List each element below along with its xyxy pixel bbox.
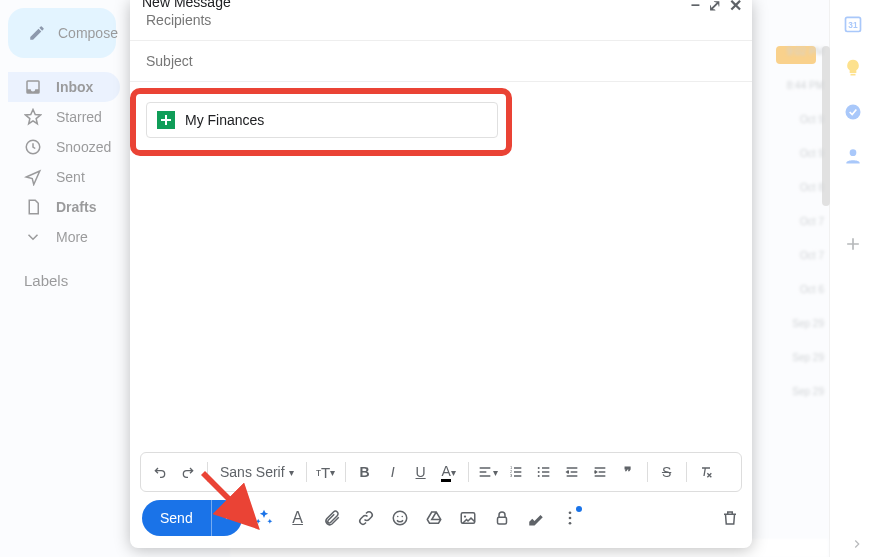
underline-button[interactable]: U: [408, 459, 434, 485]
indent-more-button[interactable]: [587, 459, 613, 485]
more-label: More: [56, 229, 88, 245]
svg-point-10: [537, 471, 539, 473]
inbox-icon: [24, 78, 42, 96]
quote-button[interactable]: ❞: [615, 459, 641, 485]
svg-rect-17: [497, 517, 506, 524]
annotation-arrow: [196, 466, 266, 536]
expand-icon[interactable]: ⤢: [708, 0, 721, 15]
svg-point-5: [850, 149, 857, 156]
remove-formatting-button[interactable]: [693, 459, 719, 485]
sidebar-item-more[interactable]: More: [8, 222, 120, 252]
strikethrough-button[interactable]: S: [654, 459, 680, 485]
close-icon[interactable]: ✕: [729, 0, 742, 15]
svg-point-4: [846, 105, 861, 120]
confidential-icon[interactable]: [492, 508, 512, 528]
emoji-icon[interactable]: [390, 508, 410, 528]
svg-point-12: [393, 511, 407, 525]
svg-point-19: [568, 517, 571, 520]
discard-draft-icon[interactable]: [720, 508, 740, 528]
sidebar-item-starred[interactable]: Starred: [8, 102, 120, 132]
clock-icon: [24, 138, 42, 156]
annotation-highlight-box: [130, 88, 512, 156]
svg-point-18: [568, 511, 571, 514]
link-icon[interactable]: [356, 508, 376, 528]
attach-icon[interactable]: [322, 508, 342, 528]
background-date-column: 9:02 PM 8:44 PM Oct 9 Oct 9 Oct 8 Oct 7 …: [772, 46, 824, 396]
signature-icon[interactable]: [526, 508, 546, 528]
bold-button[interactable]: B: [352, 459, 378, 485]
contacts-icon[interactable]: [843, 146, 863, 166]
sent-label: Sent: [56, 169, 85, 185]
inbox-label: Inbox: [56, 79, 93, 95]
sidebar-item-inbox[interactable]: Inbox: [8, 72, 120, 102]
font-size-button[interactable]: тT▾: [313, 459, 339, 485]
pencil-icon: [28, 24, 46, 42]
text-color-button[interactable]: A▾: [436, 459, 462, 485]
bulleted-list-button[interactable]: [531, 459, 557, 485]
subject-field[interactable]: Subject: [130, 41, 752, 82]
svg-text:3: 3: [510, 473, 513, 478]
svg-point-9: [537, 467, 539, 469]
svg-point-20: [568, 522, 571, 525]
more-options-icon[interactable]: [560, 508, 580, 528]
drafts-icon: [24, 198, 42, 216]
compose-body[interactable]: My Finances: [130, 82, 752, 452]
italic-button[interactable]: I: [380, 459, 406, 485]
side-panel: 31: [829, 0, 876, 557]
numbered-list-button[interactable]: 123: [503, 459, 529, 485]
side-panel-collapse-icon[interactable]: [850, 537, 864, 551]
svg-text:31: 31: [848, 20, 858, 30]
undo-button[interactable]: [147, 459, 173, 485]
svg-point-13: [397, 516, 399, 518]
chevron-down-icon: [24, 228, 42, 246]
drive-icon[interactable]: [424, 508, 444, 528]
snoozed-label: Snoozed: [56, 139, 111, 155]
calendar-icon[interactable]: 31: [843, 14, 863, 34]
tasks-icon[interactable]: [843, 102, 863, 122]
sidebar-item-sent[interactable]: Sent: [8, 162, 120, 192]
svg-point-11: [537, 475, 539, 477]
labels-header: Labels: [8, 252, 130, 289]
drafts-label: Drafts: [56, 199, 96, 215]
sidebar-item-drafts[interactable]: Drafts: [8, 192, 120, 222]
starred-label: Starred: [56, 109, 102, 125]
align-button[interactable]: ▾: [475, 459, 501, 485]
image-icon[interactable]: [458, 508, 478, 528]
svg-point-16: [464, 515, 466, 517]
star-icon: [24, 108, 42, 126]
svg-rect-3: [851, 74, 856, 76]
sent-icon: [24, 168, 42, 186]
compose-window: New Message – ⤢ ✕ Recipients Subject My …: [130, 0, 752, 548]
keep-icon[interactable]: [843, 58, 863, 78]
compose-title: New Message: [142, 0, 231, 10]
compose-label: Compose: [58, 25, 118, 41]
minimize-icon[interactable]: –: [691, 0, 700, 15]
compose-button[interactable]: Compose: [8, 8, 116, 58]
text-style-icon[interactable]: A: [288, 508, 308, 528]
sidebar-item-snoozed[interactable]: Snoozed: [8, 132, 120, 162]
svg-point-14: [401, 516, 403, 518]
add-icon[interactable]: [843, 234, 863, 254]
indent-less-button[interactable]: [559, 459, 585, 485]
